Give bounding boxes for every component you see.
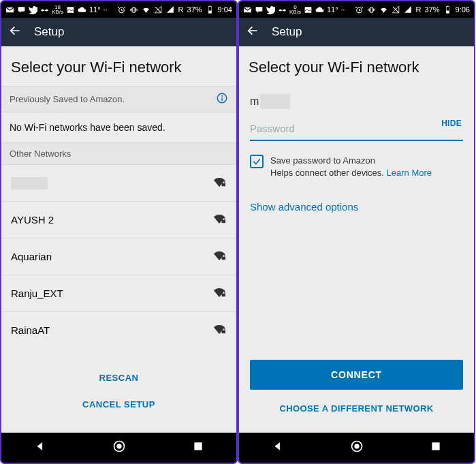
wifi-secure-icon — [212, 176, 227, 190]
action-bar: Setup — [1, 18, 236, 46]
network-speed: 0KB/s — [289, 5, 301, 14]
action-bar: Setup — [239, 18, 474, 46]
content: Select your Wi-Fi network Previously Sav… — [1, 46, 236, 433]
wifi-secure-icon — [212, 249, 227, 264]
more-icon: ·· — [104, 5, 108, 14]
battery-percent: 37% — [187, 5, 202, 14]
svg-rect-15 — [222, 330, 225, 334]
svg-rect-18 — [195, 443, 202, 450]
mustache-icon — [40, 5, 49, 14]
save-password-checkbox[interactable] — [250, 155, 264, 168]
nav-bar — [1, 433, 236, 463]
network-row[interactable]: Ranju_EXT — [1, 275, 236, 312]
svg-point-9 — [221, 95, 223, 97]
more-icon: ·· — [341, 5, 345, 14]
save-password-row[interactable]: Save password to Amazon Helps connect ot… — [239, 141, 474, 185]
network-name: AYUSH 2 — [11, 214, 54, 226]
wifi-icon — [142, 5, 150, 14]
password-input[interactable] — [250, 117, 463, 141]
image-icon — [304, 5, 313, 14]
network-row[interactable]: RainaAT — [1, 312, 236, 348]
signal-icon — [166, 5, 175, 14]
svg-rect-29 — [432, 443, 440, 450]
phone-left: 18KB/s 11° ·· R 37% 9:04 Setup Select yo… — [0, 0, 238, 464]
wifi-secure-icon — [212, 323, 227, 337]
svg-rect-10 — [221, 97, 223, 101]
wifi-secure-icon — [212, 286, 227, 300]
clock: 9:06 — [456, 5, 470, 14]
saved-header: Previously Saved to Amazon. — [1, 86, 236, 112]
svg-point-28 — [355, 444, 360, 449]
network-name: Ranju_EXT — [11, 288, 63, 299]
gmail-icon — [243, 5, 252, 14]
empty-saved-message: No Wi-Fi networks have been saved. — [1, 112, 236, 142]
nav-home-icon[interactable] — [350, 439, 364, 456]
selected-network: m — [239, 86, 474, 113]
twitter-icon — [29, 5, 37, 14]
back-icon[interactable] — [8, 24, 22, 41]
network-row[interactable] — [1, 165, 236, 202]
learn-more-link[interactable]: Learn More — [387, 168, 432, 178]
temperature: 11° — [327, 5, 338, 14]
nav-back-icon[interactable] — [272, 441, 283, 454]
svg-rect-7 — [209, 5, 210, 6]
no-signal-icon — [154, 5, 163, 14]
battery-icon — [443, 5, 452, 14]
network-name: Aquarian — [11, 251, 52, 262]
page-title: Select your Wi-Fi network — [239, 46, 474, 86]
mustache-icon — [278, 5, 287, 14]
twitter-icon — [266, 5, 275, 14]
nav-back-icon[interactable] — [35, 441, 46, 454]
messages-icon — [255, 5, 264, 14]
saved-header-label: Previously Saved to Amazon. — [10, 94, 125, 104]
status-bar: 18KB/s 11° ·· R 37% 9:04 — [1, 1, 236, 18]
ssid-prefix: m — [250, 95, 259, 108]
hide-password-button[interactable]: HIDE — [441, 119, 462, 128]
info-icon[interactable] — [216, 92, 228, 106]
roaming-indicator: R — [178, 5, 184, 14]
other-networks-header: Other Networks — [1, 142, 236, 165]
wifi-icon — [379, 5, 388, 14]
action-bar-title: Setup — [272, 25, 302, 39]
svg-rect-12 — [222, 220, 225, 223]
svg-rect-4 — [132, 7, 134, 12]
rescan-button[interactable]: RESCAN — [1, 365, 236, 391]
cloud-icon — [315, 5, 324, 14]
svg-rect-23 — [370, 7, 372, 12]
wifi-secure-icon — [212, 213, 227, 227]
nav-bar — [239, 433, 474, 463]
svg-rect-26 — [447, 5, 448, 6]
back-icon[interactable] — [246, 24, 259, 41]
svg-rect-11 — [222, 183, 225, 187]
gmail-icon — [5, 5, 14, 14]
nav-home-icon[interactable] — [112, 439, 126, 456]
network-name: RainaAT — [11, 324, 50, 336]
signal-icon — [404, 5, 413, 14]
network-name-redacted — [11, 177, 48, 189]
advanced-options-link[interactable]: Show advanced options — [239, 185, 474, 229]
cancel-setup-button[interactable]: CANCEL SETUP — [1, 391, 236, 418]
network-row[interactable]: Aquarian — [1, 238, 236, 275]
nav-recents-icon[interactable] — [431, 442, 441, 454]
save-password-label: Save password to Amazon — [270, 155, 432, 167]
clock: 9:04 — [218, 5, 232, 14]
connect-button[interactable]: CONNECT — [250, 360, 463, 390]
cloud-icon — [78, 5, 86, 14]
action-bar-title: Setup — [34, 25, 64, 39]
choose-different-network-button[interactable]: CHOOSE A DIFFERENT NETWORK — [239, 398, 474, 433]
save-password-sub: Helps connect other devices. — [270, 168, 387, 178]
network-row[interactable]: AYUSH 2 — [1, 202, 236, 238]
svg-rect-20 — [256, 7, 263, 12]
battery-percent: 37% — [425, 5, 440, 14]
status-bar: 0KB/s 11° ·· R 37% 9:06 — [239, 1, 474, 18]
vibrate-icon — [129, 5, 138, 14]
phone-right: 0KB/s 11° ·· R 37% 9:06 Setup Select you… — [238, 0, 475, 464]
svg-rect-25 — [446, 10, 449, 13]
svg-rect-13 — [222, 257, 225, 260]
roaming-indicator: R — [416, 5, 422, 14]
svg-point-17 — [117, 444, 122, 449]
nav-recents-icon[interactable] — [193, 442, 203, 454]
messages-icon — [17, 5, 26, 14]
svg-rect-1 — [18, 7, 25, 12]
content: Select your Wi-Fi network m HIDE Save pa… — [239, 46, 474, 433]
